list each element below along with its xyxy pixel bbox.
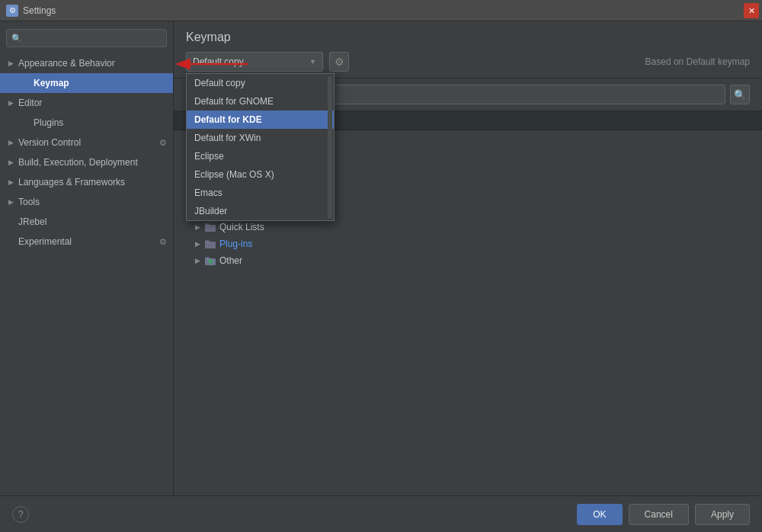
sidebar-item-experimental[interactable]: Experimental ⚙	[0, 232, 173, 252]
sidebar-item-version-control[interactable]: ▶ Version Control ⚙	[0, 133, 173, 152]
sidebar-label-build: Build, Execution, Deployment	[18, 157, 167, 168]
based-on-label: Based on Default keymap	[645, 56, 750, 67]
sidebar: 🔍 ▶ Appearance & Behavior Keymap ▶ Edito…	[0, 21, 174, 495]
tree-arrow-quick-lists: ▶	[192, 222, 203, 232]
sidebar-label-jrebel: JRebel	[6, 216, 167, 227]
expand-arrow-tools: ▶	[6, 197, 15, 207]
folder-icon-plugins	[204, 239, 216, 249]
tree-item-plugins[interactable]: ▶ Plug-ins	[174, 236, 762, 252]
dropdown-item-default-xwin[interactable]: Default for XWin	[187, 129, 334, 147]
sidebar-search-input[interactable]	[25, 34, 162, 43]
ok-button[interactable]: OK	[577, 504, 622, 525]
dropdown-item-default-gnome[interactable]: Default for GNOME	[187, 92, 334, 111]
gear-icon-experimental: ⚙	[159, 237, 167, 247]
gear-icon-vc: ⚙	[159, 138, 167, 148]
dropdown-scrollbar	[328, 75, 332, 219]
gear-icon: ⚙	[335, 56, 344, 68]
settings-icon: ⚙	[6, 5, 18, 17]
cancel-button[interactable]: Cancel	[629, 504, 689, 525]
content-panel: Keymap Default copy ▼ Default copy Defau…	[174, 21, 762, 495]
content-header: Keymap Default copy ▼ Default copy Defau…	[174, 21, 762, 79]
tree-item-quick-lists[interactable]: ▶ Quick Lists	[174, 219, 762, 236]
dropdown-selected-label: Default copy	[193, 56, 244, 67]
folder-icon-other	[204, 255, 216, 266]
sidebar-item-keymap[interactable]: Keymap	[0, 73, 173, 93]
folder-icon-quick-lists	[204, 222, 216, 232]
dropdown-item-jbuilder[interactable]: JBuilder	[187, 202, 334, 220]
dropdown-item-emacs[interactable]: Emacs	[187, 184, 334, 202]
tree-item-other[interactable]: ▶ Other	[174, 252, 762, 269]
dropdown-item-eclipse-mac[interactable]: Eclipse (Mac OS X)	[187, 165, 334, 184]
expand-arrow-appearance: ▶	[6, 59, 15, 68]
page-title: Keymap	[186, 30, 750, 44]
sidebar-item-appearance[interactable]: ▶ Appearance & Behavior	[0, 53, 173, 73]
keymap-dropdown-menu: Default copy Default for GNOME Default f…	[186, 73, 335, 221]
dropdown-item-default-copy[interactable]: Default copy	[187, 74, 334, 92]
keymap-gear-button[interactable]: ⚙	[329, 52, 349, 72]
keymap-dropdown-button[interactable]: Default copy ▼	[186, 52, 323, 72]
sidebar-label-keymap: Keymap	[21, 78, 167, 88]
dropdown-item-eclipse[interactable]: Eclipse	[187, 147, 334, 165]
find-icon: 🔍	[734, 89, 746, 101]
title-bar: ⚙ Settings ✕	[0, 0, 762, 21]
sidebar-item-languages[interactable]: ▶ Languages & Frameworks	[0, 172, 173, 192]
svg-point-18	[209, 260, 213, 264]
expand-arrow-lang: ▶	[6, 178, 15, 187]
dropdown-item-default-kde[interactable]: Default for KDE	[187, 111, 334, 129]
sidebar-item-plugins[interactable]: Plugins	[0, 113, 173, 133]
sidebar-label-experimental: Experimental	[6, 236, 159, 247]
sidebar-label-editor: Editor	[18, 98, 167, 108]
close-button[interactable]: ✕	[744, 3, 759, 18]
expand-arrow-vc: ▶	[6, 138, 15, 147]
svg-rect-13	[205, 223, 210, 226]
sidebar-label-appearance: Appearance & Behavior	[18, 58, 167, 69]
tree-arrow-plugins: ▶	[192, 239, 203, 249]
sidebar-item-tools[interactable]: ▶ Tools	[0, 192, 173, 212]
sidebar-item-build[interactable]: ▶ Build, Execution, Deployment	[0, 152, 173, 172]
find-action-button[interactable]: 🔍	[730, 85, 750, 104]
help-button[interactable]: ?	[12, 506, 29, 523]
dropdown-chevron-icon: ▼	[309, 58, 316, 66]
apply-button[interactable]: Apply	[695, 504, 750, 525]
tree-label-quick-lists: Quick Lists	[219, 222, 264, 232]
keymap-toolbar: Default copy ▼ Default copy Default for …	[186, 52, 750, 72]
tree-label-plugins: Plug-ins	[219, 239, 252, 249]
sidebar-search-container[interactable]: 🔍	[6, 29, 167, 47]
tree-arrow-other: ▶	[192, 255, 203, 266]
sidebar-label-vc: Version Control	[18, 137, 159, 148]
sidebar-item-editor[interactable]: ▶ Editor	[0, 93, 173, 113]
svg-rect-17	[205, 257, 210, 260]
window-title: Settings	[23, 5, 56, 16]
svg-rect-15	[205, 240, 210, 243]
help-icon: ?	[18, 508, 23, 520]
tree-label-other: Other	[219, 255, 242, 266]
main-container: 🔍 ▶ Appearance & Behavior Keymap ▶ Edito…	[0, 21, 762, 495]
expand-arrow-build: ▶	[6, 158, 15, 167]
sidebar-label-tools: Tools	[18, 197, 167, 207]
expand-arrow-editor: ▶	[6, 98, 15, 107]
sidebar-label-languages: Languages & Frameworks	[18, 177, 167, 187]
sidebar-label-plugins: Plugins	[21, 117, 167, 128]
keymap-dropdown-container: Default copy ▼ Default copy Default for …	[186, 52, 323, 72]
bottom-bar: ? OK Cancel Apply	[0, 495, 762, 532]
dialog-buttons: OK Cancel Apply	[577, 504, 750, 525]
sidebar-item-jrebel[interactable]: JRebel	[0, 212, 173, 232]
